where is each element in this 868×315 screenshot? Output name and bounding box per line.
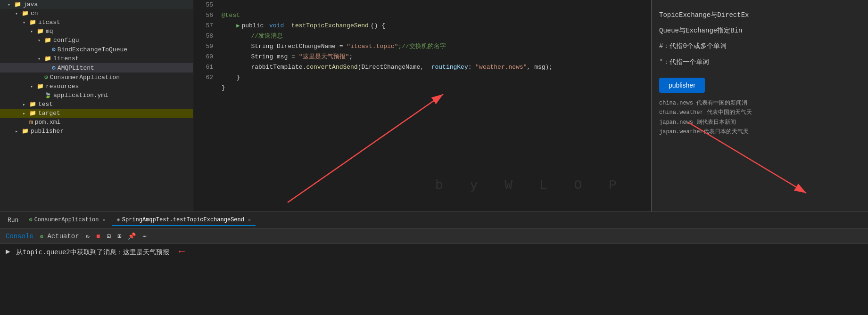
run-tabs: Run ⚙ ConsumerApplication ✕ ◈ SpringAmqp…	[0, 212, 868, 229]
china-weather-line: china.weather 代表中国的天气天	[659, 108, 860, 117]
chevron-icon	[30, 84, 35, 89]
actuator-button[interactable]: ⚙ Actuator	[38, 232, 81, 241]
sidebar-item-pom[interactable]: m pom.xml	[0, 118, 193, 127]
folder-icon: 📁	[14, 1, 21, 8]
annotation-line4: *：代指一个单词	[659, 57, 860, 68]
folder-icon: 📁	[29, 110, 36, 117]
folder-icon: 📁	[37, 83, 44, 90]
folder-icon: 📁	[29, 19, 36, 26]
chevron-icon	[15, 129, 20, 134]
sidebar-item-itcast[interactable]: 📁 itcast	[0, 18, 193, 27]
sidebar-item-label: application.yml	[53, 92, 108, 99]
pin-button[interactable]: 📌	[126, 231, 138, 241]
sidebar-item-configu[interactable]: 📁 configu	[0, 36, 193, 45]
screenshot-button[interactable]: ⊡	[105, 231, 113, 241]
annotation-line1: TopicExchange与DirectEx	[659, 9, 860, 21]
spring-icon: ⚙	[44, 73, 48, 81]
sidebar-item-label: pom.xml	[35, 119, 61, 126]
tab-label: SpringAmqpTest.testTopicExchangeSend	[122, 217, 244, 223]
sidebar-item-resources[interactable]: 📁 resources	[0, 82, 193, 91]
sidebar-item-bind-exchange[interactable]: ⚙ BindExchangeToQueue	[0, 45, 193, 54]
sidebar-item-label: ConsumerApplication	[50, 74, 120, 81]
chevron-icon	[38, 38, 42, 43]
chevron-icon	[15, 11, 20, 16]
java-class-icon: ⚙	[52, 46, 56, 53]
publisher-button[interactable]: publisher	[659, 78, 705, 93]
sidebar-item-publisher[interactable]: 📁 publisher	[0, 127, 193, 136]
tab-test-exchange[interactable]: ◈ SpringAmqpTest.testTopicExchangeSend ✕	[112, 214, 256, 226]
console-arrow-indicator: ←	[179, 247, 185, 257]
tab-close-icon[interactable]: ✕	[102, 217, 105, 223]
sidebar-item-cn[interactable]: 📁 cn	[0, 9, 193, 18]
japan-weather-line: japan.weather代表日本的天气天	[659, 127, 860, 137]
stop-button[interactable]: ■	[94, 232, 102, 241]
tab-close-icon[interactable]: ✕	[248, 217, 251, 223]
folder-icon: 📁	[29, 101, 36, 108]
file-tree: 📁 java 📁 cn 📁 itcast 📁 mq 📁 configu ⚙ Bi…	[0, 0, 193, 211]
refresh-button[interactable]: ↻	[84, 231, 91, 241]
console-arrow-icon: ▶	[6, 247, 10, 257]
xml-icon: m	[29, 119, 33, 126]
folder-icon: 📁	[44, 55, 51, 62]
sidebar-item-label: configu	[53, 37, 79, 44]
sidebar-item-mq[interactable]: 📁 mq	[0, 27, 193, 36]
sidebar-item-java[interactable]: 📁 java	[0, 0, 193, 9]
sidebar-item-label: resources	[46, 83, 79, 90]
tab-label: ConsumerApplication	[34, 217, 99, 223]
sidebar-item-litenst[interactable]: 📁 litenst	[0, 54, 193, 63]
line-numbers: 55 56 57 58 59 60 61 62	[193, 0, 217, 211]
sidebar-item-label: publisher	[31, 128, 64, 135]
chevron-icon	[30, 29, 35, 34]
sidebar-item-label: mq	[46, 28, 53, 35]
sidebar-item-label: litenst	[53, 55, 79, 62]
folder-icon: 📁	[22, 128, 29, 135]
console-message: 从topic.queue2中获取到了消息：这里是天气预报	[16, 247, 169, 257]
sidebar-item-target[interactable]: 📁 target	[0, 109, 193, 118]
folder-icon: 📁	[22, 10, 29, 17]
chevron-icon	[8, 2, 12, 8]
folder-icon: 📁	[44, 37, 51, 44]
spring-tab-icon: ⚙	[29, 216, 32, 223]
sidebar-item-label: target	[38, 110, 60, 117]
sidebar-item-label: BindExchangeToQueue	[58, 46, 127, 53]
annotation-panel: TopicExchange与DirectEx Queue与Exchange指定B…	[651, 0, 868, 211]
chevron-icon	[23, 111, 27, 116]
run-label: Run	[4, 217, 22, 224]
annotation-line3: #：代指0个或多个单词	[659, 40, 860, 52]
console-button[interactable]: Console	[4, 232, 35, 241]
sidebar-item-test[interactable]: 📁 test	[0, 100, 193, 109]
folder-icon: 📁	[37, 28, 44, 35]
sidebar-item-label: cn	[31, 10, 38, 17]
test-tab-icon: ◈	[117, 216, 120, 223]
sidebar-item-application-yml[interactable]: 🍃 application.yml	[0, 91, 193, 100]
japan-news-line: japan.news 则代表日本新闻	[659, 118, 860, 127]
china-news-line: china.news 代表有中国的新闻消	[659, 98, 860, 108]
sidebar-item-label: AMQPLitent	[58, 65, 94, 72]
actuator-icon: ⚙	[40, 234, 43, 240]
annotation-line2: Queue与Exchange指定Bin	[659, 25, 860, 37]
sidebar-item-label: test	[38, 101, 53, 108]
console-output: ▶ 从topic.queue2中获取到了消息：这里是天气预报 ←	[0, 244, 868, 315]
sidebar-item-label: java	[23, 1, 38, 8]
sidebar-item-consumer-app[interactable]: ⚙ ConsumerApplication	[0, 73, 193, 82]
chevron-icon	[38, 56, 42, 62]
more-button[interactable]: ⋯	[141, 231, 148, 241]
actuator-label: Actuator	[47, 233, 79, 240]
console-toolbar: Console ⚙ Actuator ↻ ■ ⊡ ⊞ 📌 ⋯	[0, 229, 868, 244]
chevron-icon	[23, 102, 27, 107]
yaml-icon: 🍃	[44, 92, 51, 99]
java-class-icon: ⚙	[52, 64, 56, 72]
sidebar-item-amqplitent[interactable]: ⚙ AMQPLitent	[0, 63, 193, 73]
settings-button[interactable]: ⊞	[116, 231, 123, 241]
sidebar-item-label: itcast	[38, 19, 60, 26]
bottom-panel: Run ⚙ ConsumerApplication ✕ ◈ SpringAmqp…	[0, 211, 868, 315]
chevron-icon	[23, 20, 27, 25]
tab-consumer-app[interactable]: ⚙ ConsumerApplication ✕	[24, 214, 110, 226]
